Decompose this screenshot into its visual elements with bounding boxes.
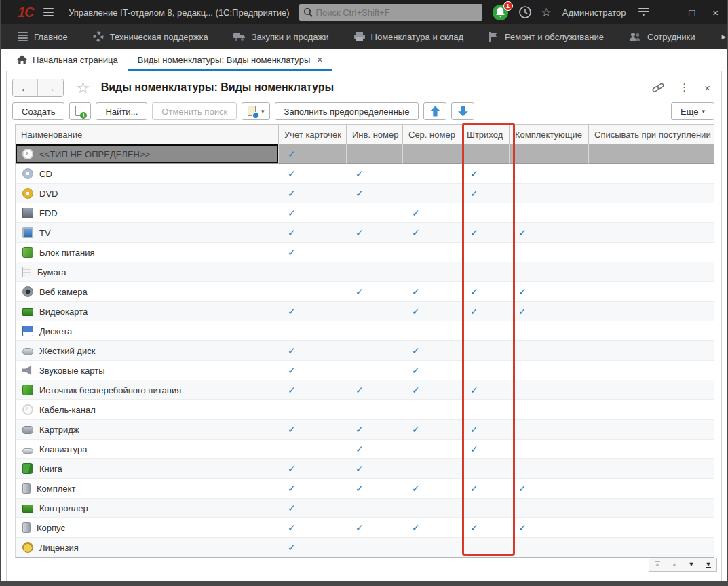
cell-card-accounting[interactable]: ✓ bbox=[279, 538, 347, 558]
cell-name[interactable]: Видеокарта bbox=[15, 302, 279, 321]
cell-barcode[interactable] bbox=[461, 341, 510, 361]
cell-writeoff-on-receipt[interactable] bbox=[589, 479, 714, 499]
cell-card-accounting[interactable]: ✓ bbox=[279, 341, 347, 361]
cell-card-accounting[interactable]: ✓ bbox=[279, 459, 347, 479]
cell-barcode[interactable]: ✓ bbox=[461, 420, 510, 440]
cell-serial-number[interactable] bbox=[403, 164, 461, 184]
cell-barcode[interactable] bbox=[461, 499, 510, 518]
table-row[interactable]: Жесткий диск ✓ ✓ bbox=[15, 341, 714, 361]
service-menu-icon[interactable]: ▾ bbox=[638, 8, 649, 16]
cell-inventory-number[interactable]: ✓ bbox=[347, 282, 403, 302]
cell-components[interactable]: ✓ bbox=[510, 479, 589, 499]
cell-name[interactable]: Контроллер bbox=[15, 499, 279, 518]
table-row[interactable]: Корпус ✓ ✓ ✓ ✓ ✓ bbox=[15, 518, 714, 538]
cell-name[interactable]: Жесткий диск bbox=[15, 341, 279, 361]
cell-name[interactable]: Звуковые карты bbox=[15, 361, 279, 380]
cell-serial-number[interactable] bbox=[403, 262, 461, 282]
cell-name[interactable]: Веб камера bbox=[15, 282, 279, 302]
col-writeoff-on-receipt[interactable]: Списывать при поступлении bbox=[589, 124, 714, 144]
cell-inventory-number[interactable] bbox=[347, 538, 403, 558]
move-down-button[interactable] bbox=[451, 102, 474, 120]
cell-serial-number[interactable] bbox=[403, 184, 461, 203]
table-row[interactable]: Комплект ✓ ✓ ✓ ✓ ✓ bbox=[15, 479, 714, 499]
notifications-bell-icon[interactable]: 1 bbox=[492, 4, 509, 21]
cell-serial-number[interactable]: ✓ bbox=[403, 518, 461, 538]
cell-writeoff-on-receipt[interactable] bbox=[589, 341, 714, 361]
cell-barcode[interactable]: ✓ bbox=[461, 518, 510, 538]
current-user[interactable]: Администратор bbox=[562, 7, 626, 18]
cell-writeoff-on-receipt[interactable] bbox=[589, 144, 714, 164]
move-up-button[interactable] bbox=[423, 102, 446, 120]
section-nomenclature-warehouse[interactable]: Номенклатура и склад bbox=[354, 32, 463, 42]
cell-inventory-number[interactable] bbox=[347, 341, 403, 361]
maximize-button[interactable]: □ bbox=[687, 7, 696, 18]
cell-name[interactable]: Комплект bbox=[15, 479, 279, 499]
cell-name[interactable]: Источник бесперебойного питания bbox=[15, 380, 279, 400]
cell-name[interactable]: DVD bbox=[15, 184, 279, 203]
table-row[interactable]: Картридж ✓ ✓ ✓ ✓ bbox=[15, 420, 714, 440]
cell-barcode[interactable] bbox=[461, 361, 510, 380]
col-inventory-number[interactable]: Инв. номер bbox=[347, 124, 403, 144]
scroll-to-bottom-button[interactable]: ▼ bbox=[700, 558, 717, 572]
table-row[interactable]: CD ✓ ✓ ✓ bbox=[15, 164, 714, 184]
cell-barcode[interactable] bbox=[461, 243, 510, 262]
cell-writeoff-on-receipt[interactable] bbox=[589, 164, 714, 184]
more-button[interactable]: Еще ▾ bbox=[671, 102, 714, 120]
cell-writeoff-on-receipt[interactable] bbox=[589, 361, 714, 380]
scroll-down-button[interactable]: ▼ bbox=[683, 558, 700, 572]
cell-writeoff-on-receipt[interactable] bbox=[589, 243, 714, 262]
cell-name[interactable]: Картридж bbox=[15, 420, 279, 440]
cell-components[interactable]: ✓ bbox=[510, 302, 589, 321]
cell-barcode[interactable]: ✓ bbox=[461, 380, 510, 400]
cell-components[interactable] bbox=[510, 184, 589, 203]
create-group-button[interactable]: + bbox=[69, 102, 91, 120]
close-window-button[interactable]: × bbox=[711, 7, 720, 18]
col-barcode[interactable]: Штриход bbox=[461, 124, 510, 144]
tab-home[interactable]: Начальная страница bbox=[7, 49, 128, 71]
cell-name[interactable]: FDD bbox=[15, 203, 279, 223]
history-icon[interactable] bbox=[518, 5, 532, 19]
cell-barcode[interactable] bbox=[461, 459, 510, 479]
cell-barcode[interactable]: ✓ bbox=[461, 164, 510, 184]
cell-barcode[interactable]: ✓ bbox=[461, 440, 510, 459]
col-name[interactable]: Наименование bbox=[15, 124, 279, 144]
cell-writeoff-on-receipt[interactable] bbox=[589, 380, 714, 400]
get-link-icon[interactable] bbox=[652, 81, 664, 94]
cell-writeoff-on-receipt[interactable] bbox=[589, 518, 714, 538]
cell-components[interactable] bbox=[510, 440, 589, 459]
cell-serial-number[interactable]: ✓ bbox=[403, 302, 461, 321]
cell-barcode[interactable]: ✓ bbox=[461, 223, 510, 243]
cell-serial-number[interactable]: ✓ bbox=[403, 282, 461, 302]
cell-card-accounting[interactable] bbox=[279, 282, 347, 302]
table-row[interactable]: Бумага bbox=[15, 262, 714, 282]
table-row[interactable]: Контроллер ✓ bbox=[15, 499, 714, 518]
cell-card-accounting[interactable]: ✓ bbox=[279, 164, 347, 184]
cell-inventory-number[interactable]: ✓ bbox=[347, 518, 403, 538]
cell-components[interactable] bbox=[510, 144, 589, 164]
cell-serial-number[interactable] bbox=[403, 144, 461, 164]
cell-barcode[interactable] bbox=[461, 321, 510, 341]
cell-barcode[interactable]: ✓ bbox=[461, 302, 510, 321]
add-favorite-star-icon[interactable]: ☆ bbox=[76, 79, 90, 97]
cell-card-accounting[interactable] bbox=[279, 400, 347, 420]
table-row[interactable]: Видеокарта ✓ ✓ ✓ ✓ bbox=[15, 302, 714, 321]
find-button[interactable]: Найти... bbox=[96, 102, 147, 120]
table-row[interactable]: Веб камера ✓ ✓ ✓ ✓ bbox=[15, 282, 714, 302]
cell-serial-number[interactable]: ✓ bbox=[403, 380, 461, 400]
cell-serial-number[interactable]: ✓ bbox=[403, 223, 461, 243]
back-button[interactable]: ← bbox=[13, 79, 38, 96]
section-main[interactable]: Главное bbox=[18, 32, 68, 42]
col-serial-number[interactable]: Сер. номер bbox=[403, 124, 461, 144]
cell-inventory-number[interactable] bbox=[347, 203, 403, 223]
cell-name[interactable]: Клавиатура bbox=[15, 440, 279, 459]
cell-serial-number[interactable]: ✓ bbox=[403, 361, 461, 380]
cell-card-accounting[interactable]: ✓ bbox=[279, 203, 347, 223]
cell-writeoff-on-receipt[interactable] bbox=[589, 459, 714, 479]
cell-card-accounting[interactable]: ✓ bbox=[279, 479, 347, 499]
cell-card-accounting[interactable]: ✓ bbox=[279, 361, 347, 380]
cell-barcode[interactable] bbox=[461, 262, 510, 282]
table-row[interactable]: <<ТИП НЕ ОПРЕДЕЛЕН>> ✓ bbox=[15, 144, 714, 164]
table-row[interactable]: Лицензия ✓ bbox=[15, 538, 714, 558]
cell-serial-number[interactable]: ✓ bbox=[403, 203, 461, 223]
cell-components[interactable] bbox=[510, 459, 589, 479]
